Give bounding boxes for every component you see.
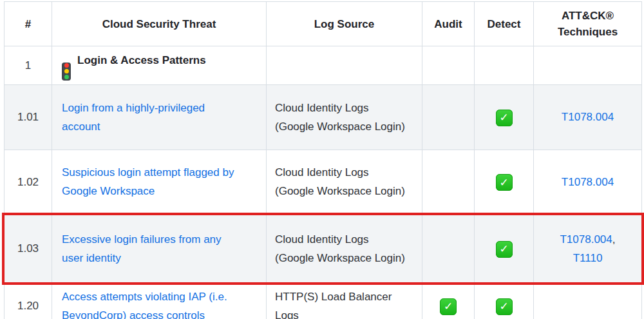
column-header-threat: Cloud Security Threat (52, 2, 267, 46)
log-source-cell: Cloud Identity Logs (Google Workspace Lo… (267, 84, 422, 150)
audit-cell: ✓ (422, 283, 475, 319)
detect-cell: ✓ (475, 150, 534, 214)
row-number: 1.02 (5, 150, 52, 214)
audit-cell (422, 84, 475, 150)
threat-cell: Excessive login failures from any user i… (52, 214, 267, 283)
cloud-security-threat-table: # Cloud Security Threat Log Source Audit… (4, 1, 642, 319)
table-row: 1.01Login from a highly-privileged accou… (5, 84, 642, 150)
check-icon: ✓ (440, 298, 457, 315)
traffic-light-icon (62, 63, 71, 81)
detect-cell: ✓ (475, 214, 534, 283)
check-icon: ✓ (496, 241, 513, 258)
detect-cell (475, 46, 534, 85)
column-header-number: # (5, 2, 52, 46)
threat-link[interactable]: Login from a highly-privileged account (62, 99, 237, 136)
column-header-log-source: Log Source (267, 2, 422, 46)
audit-cell (422, 46, 475, 85)
techniques-cell: T1078.004 (534, 150, 642, 214)
technique-link[interactable]: T1078.004 (560, 233, 612, 246)
check-icon: ✓ (496, 174, 513, 191)
log-source-cell (267, 46, 422, 85)
check-icon: ✓ (496, 110, 513, 126)
technique-link[interactable]: T1078.004 (562, 176, 614, 188)
header-row: # Cloud Security Threat Log Source Audit… (5, 2, 642, 46)
section-row: 1Login & Access Patterns (5, 46, 642, 85)
threat-cell: Login from a highly-privileged account (52, 84, 267, 150)
table-row: 1.02Suspicious login attempt flagged by … (5, 150, 642, 214)
section-title: Login & Access Patterns (77, 54, 206, 66)
techniques-cell: T1078.004 (534, 84, 642, 150)
log-source-text: HTTP(S) Load Balancer Logs (275, 287, 408, 319)
log-source-text: Cloud Identity Logs (Google Workspace Lo… (275, 99, 408, 136)
threat-link[interactable]: Suspicious login attempt flagged by Goog… (62, 163, 237, 200)
technique-link[interactable]: T1078.004 (562, 111, 614, 123)
row-number: 1.20 (5, 283, 52, 319)
threat-table-container: # Cloud Security Threat Log Source Audit… (4, 1, 641, 319)
table-row: 1.20Access attempts violating IAP (i.e. … (5, 283, 642, 319)
techniques-cell (534, 283, 642, 319)
row-number: 1.01 (5, 84, 52, 150)
row-number: 1.03 (5, 214, 52, 283)
table-row: 1.03Excessive login failures from any us… (5, 214, 642, 283)
column-header-detect: Detect (475, 2, 534, 46)
row-number: 1 (5, 46, 52, 85)
threat-cell: Access attempts violating IAP (i.e. Beyo… (52, 283, 267, 319)
technique-link[interactable]: T1110 (573, 252, 603, 264)
detect-cell: ✓ (475, 283, 534, 319)
threat-cell: Suspicious login attempt flagged by Goog… (52, 150, 267, 214)
log-source-cell: Cloud Identity Logs (Google Workspace Lo… (267, 150, 422, 214)
column-header-techniques: ATT&CK® Techniques (534, 2, 642, 46)
column-header-audit: Audit (422, 2, 475, 46)
technique-separator: , (612, 233, 616, 246)
log-source-cell: HTTP(S) Load Balancer Logs (267, 283, 422, 319)
audit-cell (422, 150, 475, 214)
log-source-text: Cloud Identity Logs (Google Workspace Lo… (275, 163, 408, 200)
threat-link[interactable]: Excessive login failures from any user i… (62, 230, 237, 267)
audit-cell (422, 214, 475, 283)
log-source-cell: Cloud Identity Logs (Google Workspace Lo… (267, 214, 422, 283)
techniques-cell: T1078.004,T1110 (534, 214, 642, 283)
threat-cell: Login & Access Patterns (52, 46, 267, 85)
detect-cell: ✓ (475, 84, 534, 150)
techniques-cell (534, 46, 642, 85)
threat-link[interactable]: Access attempts violating IAP (i.e. Beyo… (62, 287, 237, 319)
log-source-text: Cloud Identity Logs (Google Workspace Lo… (275, 230, 408, 267)
check-icon: ✓ (496, 298, 513, 315)
